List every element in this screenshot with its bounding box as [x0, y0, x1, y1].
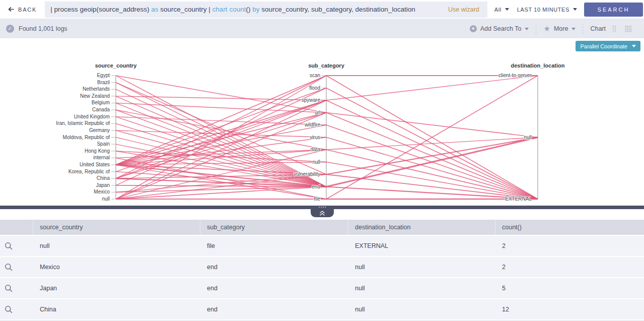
- table-cell: 12: [495, 306, 644, 313]
- found-logs-text: Found 1,001 logs: [19, 25, 67, 32]
- double-chevron-up-icon: [319, 210, 326, 216]
- header-cell-sub-category[interactable]: sub_category: [200, 220, 348, 235]
- chart-view-toggle-group: Chart: [583, 24, 639, 34]
- magnifier-icon: [5, 263, 13, 271]
- splitter-grip-dots-icon: [319, 207, 326, 208]
- chart-grid-view-icon[interactable]: [625, 25, 632, 32]
- table-cell: end: [200, 306, 348, 313]
- table-cell: null: [348, 306, 495, 313]
- svg-text:Belgium: Belgium: [92, 100, 110, 105]
- chevron-down-icon: [525, 28, 529, 30]
- table-cell: file: [200, 242, 348, 249]
- add-search-to-dropdown[interactable]: + Add Search To: [463, 24, 536, 34]
- table-cell: Japan: [33, 285, 200, 292]
- svg-text:internal: internal: [93, 155, 110, 160]
- chevron-down-icon: [571, 28, 576, 30]
- table-cell: null: [33, 242, 200, 249]
- magnifier-icon: [5, 242, 13, 250]
- status-bar: ✓ Found 1,001 logs + Add Search To ★ Mor…: [0, 19, 644, 38]
- svg-text:Spain: Spain: [97, 141, 110, 147]
- table-cell: null: [348, 285, 495, 292]
- svg-text:Canada: Canada: [92, 107, 110, 112]
- panel-splitter[interactable]: [0, 206, 644, 209]
- back-button[interactable]: BACK: [0, 0, 45, 19]
- svg-text:United States: United States: [80, 162, 110, 167]
- table-cell: end: [200, 264, 348, 271]
- svg-text:sub_category: sub_category: [308, 62, 344, 69]
- time-range-dropdown[interactable]: LAST 10 MINUTES: [517, 7, 577, 13]
- svg-text:Egypt: Egypt: [97, 73, 110, 78]
- svg-text:scan: scan: [310, 73, 320, 78]
- chart-label: Chart: [590, 25, 606, 32]
- svg-text:end: end: [312, 184, 320, 189]
- table-cell: Mexico: [33, 264, 200, 271]
- svg-text:Iran, Islamic Republic of: Iran, Islamic Republic of: [56, 120, 110, 126]
- scope-dropdown[interactable]: All: [494, 7, 509, 13]
- table-cell: 2: [495, 242, 644, 249]
- back-arrow-icon: [7, 7, 14, 12]
- svg-text:Netherlands: Netherlands: [83, 86, 110, 92]
- table-cell: 5: [495, 285, 644, 292]
- magnifier-icon: [5, 305, 13, 313]
- svg-text:Brazil: Brazil: [97, 80, 110, 85]
- header-cell-count[interactable]: count(): [495, 220, 644, 235]
- chevron-down-icon: [632, 45, 636, 47]
- table-row: Mexicoendnull2: [0, 257, 644, 277]
- svg-text:Japan: Japan: [96, 182, 110, 188]
- svg-text:New Zealand: New Zealand: [80, 93, 110, 99]
- parallel-coordinates-chart[interactable]: source_countryEgyptBrazilNetherlandsNew …: [0, 38, 644, 206]
- svg-text:data: data: [311, 147, 321, 152]
- search-result-status: ✓ Found 1,001 logs: [6, 25, 67, 33]
- row-zoom-button[interactable]: [0, 242, 33, 250]
- svg-text:destination_location: destination_location: [511, 62, 565, 69]
- plus-circle-icon: +: [470, 25, 477, 32]
- check-circle-icon: ✓: [6, 25, 14, 33]
- svg-text:Hong Kong: Hong Kong: [85, 148, 110, 154]
- svg-text:file: file: [314, 196, 320, 202]
- table-cell: 2: [495, 264, 644, 271]
- status-bar-actions: + Add Search To ★ More Chart: [463, 19, 639, 38]
- table-row: Chinaendnull12: [0, 299, 644, 319]
- row-zoom-button[interactable]: [0, 263, 33, 271]
- back-label: BACK: [18, 7, 37, 13]
- header-cell-destination-location[interactable]: destination_location: [348, 220, 495, 235]
- table-cell: null: [348, 264, 495, 271]
- chart-columns-view-icon[interactable]: [612, 25, 619, 32]
- search-query-input[interactable]: | process geoip(source_address) as sourc…: [45, 2, 487, 18]
- table-row: nullfileEXTERNAL2: [0, 236, 644, 256]
- collapse-panel-button[interactable]: [311, 209, 334, 217]
- results-table: source_country sub_category destination_…: [0, 220, 644, 319]
- results-table-header: source_country sub_category destination_…: [0, 220, 644, 235]
- more-dropdown[interactable]: ★ More: [536, 24, 583, 34]
- query-text: | process geoip(source_address) as sourc…: [50, 6, 441, 13]
- svg-text:null: null: [312, 159, 320, 165]
- svg-text:virus: virus: [310, 135, 320, 140]
- row-zoom-button[interactable]: [0, 284, 33, 292]
- svg-text:Mexico: Mexico: [94, 189, 110, 195]
- table-row: Japanendnull5: [0, 278, 644, 298]
- row-zoom-button[interactable]: [0, 305, 33, 313]
- chart-type-dropdown[interactable]: Parallel Coordinate: [576, 41, 640, 51]
- add-search-to-label: Add Search To: [480, 25, 522, 32]
- chevron-down-icon: [505, 8, 509, 11]
- scope-label: All: [494, 7, 502, 13]
- svg-text:wildfire: wildfire: [304, 122, 321, 127]
- search-button[interactable]: SEARCH: [584, 3, 643, 17]
- svg-text:Korea, Republic of: Korea, Republic of: [68, 169, 110, 174]
- table-cell: China: [33, 306, 200, 313]
- svg-text:China: China: [97, 175, 110, 181]
- svg-text:client-to-server: client-to-server: [498, 73, 532, 78]
- header-cell-zoom: [0, 220, 33, 235]
- chevron-down-icon: [573, 8, 577, 11]
- svg-text:United Kingdom: United Kingdom: [74, 114, 110, 119]
- chart-area: source_countryEgyptBrazilNetherlandsNew …: [0, 38, 644, 206]
- svg-text:null: null: [102, 196, 110, 202]
- top-bar: BACK | process geoip(source_address) as …: [0, 0, 644, 19]
- svg-text:null: null: [524, 135, 532, 140]
- use-wizard-link[interactable]: Use wizard: [441, 6, 482, 13]
- magnifier-icon: [5, 284, 13, 292]
- svg-text:vulnerability: vulnerability: [294, 171, 320, 177]
- time-range-label: LAST 10 MINUTES: [517, 7, 569, 13]
- svg-text:spyware: spyware: [302, 97, 321, 103]
- header-cell-source-country[interactable]: source_country: [33, 220, 200, 235]
